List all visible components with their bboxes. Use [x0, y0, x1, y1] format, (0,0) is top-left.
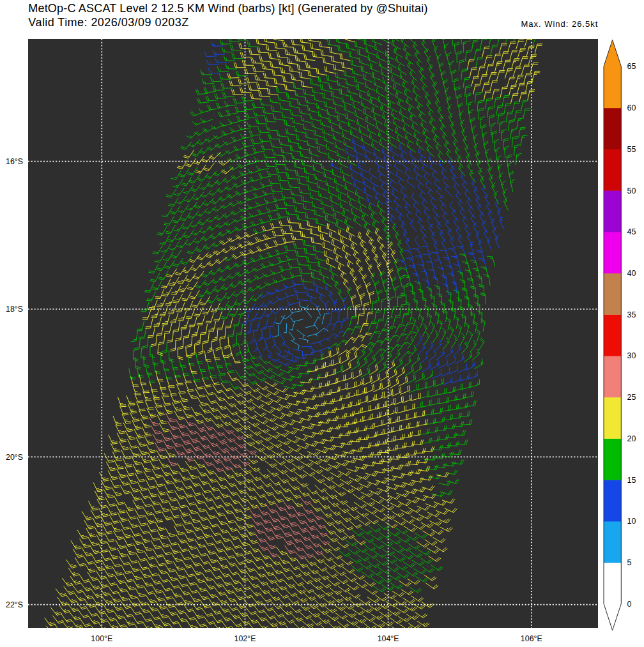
svg-text:65: 65 — [627, 62, 636, 71]
svg-text:100°E: 100°E — [91, 634, 112, 643]
svg-text:MetOp-C ASCAT Level 2 12.5 KM: MetOp-C ASCAT Level 2 12.5 KM Wind (barb… — [28, 2, 427, 15]
svg-text:15: 15 — [627, 476, 636, 485]
svg-text:30: 30 — [627, 351, 636, 360]
svg-text:104°E: 104°E — [378, 634, 399, 643]
svg-text:18°S: 18°S — [6, 305, 23, 314]
svg-text:10: 10 — [627, 517, 636, 526]
svg-text:16°S: 16°S — [6, 157, 23, 166]
svg-text:40: 40 — [627, 269, 636, 278]
svg-text:22°S: 22°S — [6, 600, 23, 609]
svg-text:20: 20 — [627, 434, 636, 443]
svg-text:Valid Time: 2026/03/09 0203Z: Valid Time: 2026/03/09 0203Z — [28, 16, 188, 29]
svg-text:55: 55 — [627, 145, 636, 154]
svg-text:102°E: 102°E — [234, 634, 256, 643]
svg-text:20°S: 20°S — [6, 453, 23, 462]
svg-text:45: 45 — [627, 227, 636, 236]
svg-text:50: 50 — [627, 186, 636, 195]
svg-text:35: 35 — [627, 310, 636, 319]
svg-text:0: 0 — [627, 600, 632, 609]
svg-text:25: 25 — [627, 393, 636, 402]
svg-text:60: 60 — [627, 103, 636, 112]
svg-text:106°E: 106°E — [521, 634, 542, 643]
svg-text:5: 5 — [627, 558, 632, 567]
svg-text:Max. Wind: 26.5kt: Max. Wind: 26.5kt — [521, 19, 598, 29]
